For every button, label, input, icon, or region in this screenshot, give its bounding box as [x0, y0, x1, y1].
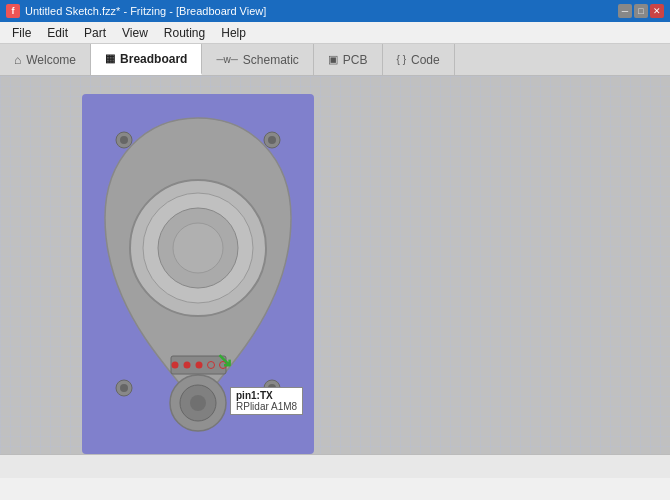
tooltip-component: RPlidar A1M8	[236, 401, 297, 412]
code-icon: { }	[397, 54, 406, 65]
tab-breadboard-label: Breadboard	[120, 52, 187, 66]
tab-pcb[interactable]: ▣ PCB	[314, 44, 383, 75]
component-tooltip: pin1:TX RPlidar A1M8	[230, 387, 303, 415]
main-canvas[interactable]: ↘ pin1:TX RPlidar A1M8	[0, 76, 670, 454]
menu-view[interactable]: View	[114, 24, 156, 42]
svg-point-5	[268, 136, 276, 144]
tab-welcome[interactable]: ⌂ Welcome	[0, 44, 91, 75]
menu-routing[interactable]: Routing	[156, 24, 213, 42]
svg-point-11	[173, 223, 223, 273]
tab-welcome-label: Welcome	[26, 53, 76, 67]
tab-code[interactable]: { } Code	[383, 44, 455, 75]
svg-point-16	[172, 362, 179, 369]
tab-code-label: Code	[411, 53, 440, 67]
svg-point-18	[196, 362, 203, 369]
tab-schematic[interactable]: ─w─ Schematic	[202, 44, 313, 75]
close-button[interactable]: ✕	[650, 4, 664, 18]
title-bar: f Untitled Sketch.fzz* - Fritzing - [Bre…	[0, 0, 670, 22]
svg-point-6	[120, 384, 128, 392]
window-controls[interactable]: ─ □ ✕	[618, 4, 664, 18]
welcome-icon: ⌂	[14, 53, 21, 67]
component-area: ↘ pin1:TX RPlidar A1M8	[82, 94, 314, 454]
tab-breadboard[interactable]: ▦ Breadboard	[91, 44, 202, 75]
tab-bar: ⌂ Welcome ▦ Breadboard ─w─ Schematic ▣ P…	[0, 44, 670, 76]
minimize-button[interactable]: ─	[618, 4, 632, 18]
svg-point-14	[190, 395, 206, 411]
tab-schematic-label: Schematic	[243, 53, 299, 67]
cursor-arrow: ↘	[216, 348, 233, 372]
breadboard-icon: ▦	[105, 52, 115, 65]
tooltip-pin: pin1:TX	[236, 390, 297, 401]
tab-pcb-label: PCB	[343, 53, 368, 67]
app-icon: f	[6, 4, 20, 18]
menu-file[interactable]: File	[4, 24, 39, 42]
schematic-icon: ─w─	[216, 54, 237, 65]
title-text: Untitled Sketch.fzz* - Fritzing - [Bread…	[25, 5, 618, 17]
menu-part[interactable]: Part	[76, 24, 114, 42]
svg-point-17	[184, 362, 191, 369]
svg-point-4	[120, 136, 128, 144]
pcb-icon: ▣	[328, 53, 338, 66]
maximize-button[interactable]: □	[634, 4, 648, 18]
status-bar	[0, 454, 670, 478]
menu-help[interactable]: Help	[213, 24, 254, 42]
menu-bar: File Edit Part View Routing Help	[0, 22, 670, 44]
menu-edit[interactable]: Edit	[39, 24, 76, 42]
